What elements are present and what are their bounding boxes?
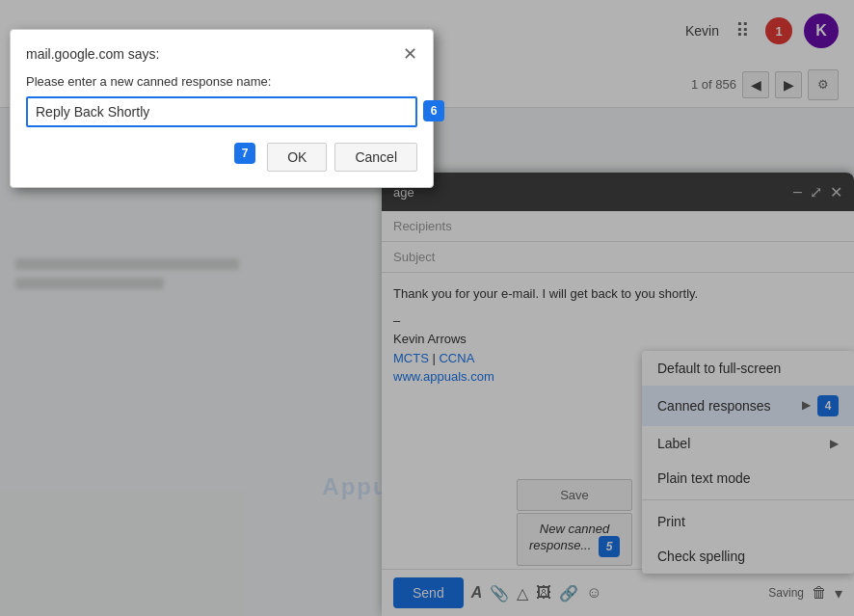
modal-label: Please enter a new canned response name: <box>26 74 417 89</box>
gmail-background: Kevin ⠿ 1 K Hide 1 of 856 ◀ ▶ ⚙ Appuals … <box>0 0 854 616</box>
modal-titlebar: mail.google.com says: ✕ <box>26 45 417 63</box>
modal-title: mail.google.com says: <box>26 46 160 62</box>
modal-close-button[interactable]: ✕ <box>403 45 417 63</box>
modal-input-container: 6 <box>26 96 417 127</box>
modal-ok-button[interactable]: OK <box>267 143 327 172</box>
step6-badge: 6 <box>423 100 444 121</box>
step7-badge: 7 <box>234 143 255 164</box>
modal-dialog: mail.google.com says: ✕ Please enter a n… <box>10 29 434 188</box>
canned-response-name-input[interactable] <box>26 96 417 127</box>
modal-cancel-button[interactable]: Cancel <box>334 143 417 172</box>
modal-buttons: 7 OK Cancel <box>26 143 417 172</box>
